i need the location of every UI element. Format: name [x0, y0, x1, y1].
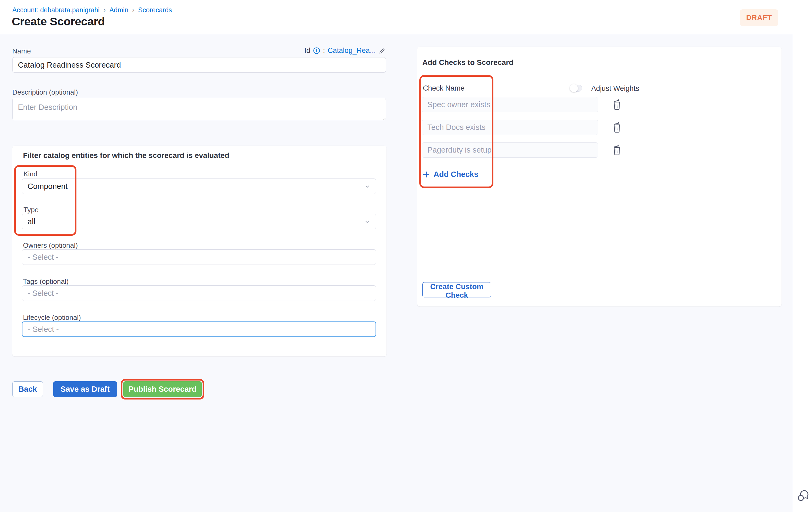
type-select[interactable]: all — [22, 214, 376, 229]
type-select-value: all — [28, 217, 35, 226]
chevron-down-icon — [364, 183, 371, 192]
delete-check-button[interactable] — [612, 144, 622, 157]
check-name-input[interactable] — [422, 143, 598, 158]
tags-select-placeholder: - Select - — [28, 289, 59, 298]
breadcrumb: Account: debabrata.panigrahi › Admin › S… — [12, 6, 172, 14]
create-custom-check-button[interactable]: Create Custom Check — [422, 282, 491, 297]
right-rail — [793, 0, 812, 512]
description-textarea[interactable] — [12, 98, 386, 120]
check-name-input[interactable] — [422, 120, 598, 135]
back-button[interactable]: Back — [12, 381, 43, 397]
chat-bubbles-icon — [797, 489, 810, 502]
trash-icon — [612, 144, 622, 156]
trash-icon — [612, 99, 622, 110]
id-label: Id — [304, 47, 311, 55]
lifecycle-label: Lifecycle (optional) — [23, 313, 81, 322]
delete-check-button[interactable] — [612, 121, 622, 134]
lifecycle-select-placeholder: - Select - — [28, 325, 59, 334]
save-as-draft-button[interactable]: Save as Draft — [53, 381, 117, 397]
edit-pencil-icon[interactable] — [378, 47, 386, 55]
tags-label: Tags (optional) — [23, 277, 69, 286]
scorecard-id-row: Id : Catalog_Rea... — [240, 47, 386, 55]
id-colon: : — [323, 47, 325, 55]
owners-label: Owners (optional) — [23, 241, 78, 249]
adjust-weights-label: Adjust Weights — [591, 85, 639, 93]
publish-scorecard-button[interactable]: Publish Scorecard — [123, 381, 202, 397]
check-name-column-label: Check Name — [423, 84, 465, 92]
kind-select-value: Component — [28, 182, 68, 191]
add-checks-link[interactable]: Add Checks — [422, 170, 478, 179]
status-badge: DRAFT — [740, 9, 778, 26]
owners-select-placeholder: - Select - — [28, 253, 59, 262]
add-checks-heading: Add Checks to Scorecard — [422, 58, 514, 67]
page-header: Account: debabrata.panigrahi › Admin › S… — [0, 0, 793, 34]
breadcrumb-separator: › — [104, 6, 106, 14]
help-chat-button[interactable] — [797, 489, 810, 504]
plus-icon — [422, 171, 430, 179]
owners-select[interactable]: - Select - — [22, 249, 376, 265]
kind-label: Kind — [24, 170, 37, 178]
filter-heading: Filter catalog entities for which the sc… — [23, 151, 229, 160]
lifecycle-select[interactable]: - Select - — [22, 322, 376, 337]
breadcrumb-admin-link[interactable]: Admin — [109, 6, 128, 14]
breadcrumb-separator: › — [132, 6, 135, 14]
adjust-weights-toggle[interactable] — [570, 85, 582, 92]
kind-select[interactable]: Component — [22, 179, 376, 194]
info-icon[interactable] — [313, 47, 320, 54]
page-title: Create Scorecard — [12, 15, 105, 28]
trash-icon — [612, 121, 622, 133]
description-label: Description (optional) — [12, 88, 78, 96]
chevron-down-icon — [364, 218, 371, 228]
name-label: Name — [12, 47, 31, 55]
tags-select[interactable]: - Select - — [22, 285, 376, 301]
delete-check-button[interactable] — [612, 99, 622, 111]
check-name-input[interactable] — [422, 97, 598, 112]
toggle-knob — [570, 84, 578, 92]
breadcrumb-scorecards-link[interactable]: Scorecards — [138, 6, 172, 14]
scorecard-id-link[interactable]: Catalog_Rea... — [328, 47, 376, 55]
breadcrumb-account-link[interactable]: Account: debabrata.panigrahi — [12, 6, 100, 14]
add-checks-label: Add Checks — [434, 170, 478, 179]
type-label: Type — [24, 206, 38, 214]
name-input[interactable] — [12, 57, 386, 73]
